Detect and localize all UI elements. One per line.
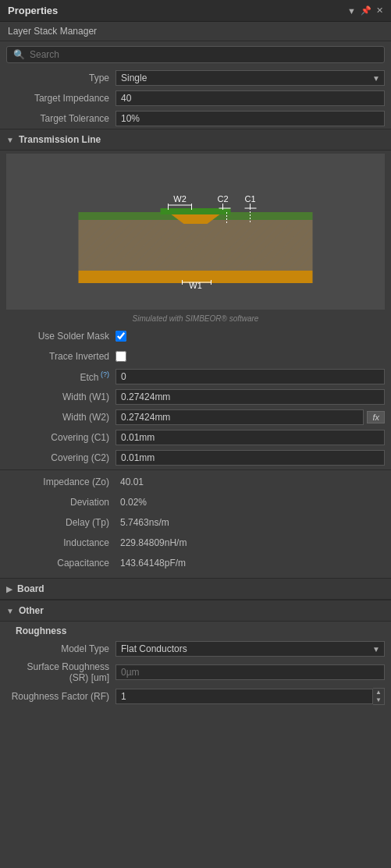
model-type-select-wrapper: Flat Conductors Hammerstad-Jensen Groiss… — [116, 641, 385, 657]
trace-inverted-row: Trace Inverted — [0, 346, 391, 367]
use-solder-mask-checkbox[interactable] — [116, 331, 126, 342]
roughness-factor-up[interactable]: ▲ — [373, 689, 384, 696]
etch-superscript: (?) — [99, 370, 110, 378]
other-label: Other — [19, 605, 44, 616]
use-solder-mask-label: Use Solder Mask — [6, 331, 116, 342]
capacitance-value: 143.64148pF/m — [116, 556, 385, 570]
transmission-line-section[interactable]: ▼ Transmission Line — [0, 129, 391, 151]
use-solder-mask-row: Use Solder Mask — [0, 326, 391, 346]
roughness-factor-label: Roughness Factor (RF) — [6, 691, 116, 702]
type-select-wrapper: Single Differential Coplanar ▼ — [116, 70, 385, 86]
target-tolerance-row: Target Tolerance — [0, 108, 391, 129]
type-row: Type Single Differential Coplanar ▼ — [0, 68, 391, 88]
roughness-factor-down[interactable]: ▼ — [373, 696, 384, 704]
etch-label: Etch (?) — [6, 370, 116, 383]
model-type-row: Model Type Flat Conductors Hammerstad-Je… — [0, 639, 391, 659]
other-section[interactable]: ▼ Other — [0, 600, 391, 622]
surface-roughness-row: Surface Roughness (SR) [um] — [0, 659, 391, 686]
divider-1 — [0, 469, 391, 470]
impedance-zo-value: 40.01 — [116, 475, 385, 489]
panel-title: Properties — [8, 5, 58, 16]
other-toggle: ▼ — [6, 607, 14, 615]
roughness-factor-input[interactable] — [116, 689, 373, 704]
transmission-line-toggle: ▼ — [6, 136, 14, 144]
model-type-select[interactable]: Flat Conductors Hammerstad-Jensen Groiss… — [116, 641, 385, 657]
covering-c2-input[interactable] — [116, 450, 385, 466]
search-bar: 🔍 — [6, 46, 385, 63]
width-w2-row: Width (W2) fx — [0, 407, 391, 427]
covering-c2-label: Covering (C2) — [6, 452, 116, 463]
covering-c2-value — [116, 450, 385, 466]
search-input[interactable] — [30, 49, 378, 60]
surface-roughness-label: Surface Roughness (SR) [um] — [6, 661, 116, 683]
transmission-line-label: Transmission Line — [19, 134, 101, 145]
covering-c1-input[interactable] — [116, 430, 385, 445]
board-label: Board — [17, 583, 44, 594]
etch-row: Etch (?) — [0, 367, 391, 387]
delay-tp-value: 5.7463ns/m — [116, 515, 385, 530]
etch-value — [116, 369, 385, 384]
width-w1-label: Width (W1) — [6, 391, 116, 402]
trace-inverted-label: Trace Inverted — [6, 351, 116, 362]
delay-tp-label: Delay (Tp) — [6, 517, 116, 528]
header-icons: ▼ 📌 ✕ — [347, 5, 383, 16]
capacitance-label: Capacitance — [6, 558, 116, 569]
surface-roughness-value — [116, 664, 385, 680]
svg-rect-3 — [79, 220, 313, 271]
svg-text:W2: W2 — [173, 194, 187, 204]
target-impedance-input[interactable] — [116, 90, 385, 106]
deviation-label: Deviation — [6, 497, 116, 508]
delay-tp-row: Delay (Tp) 5.7463ns/m — [0, 512, 391, 533]
diagram-svg: W2 C2 C1 W1 — [14, 161, 377, 302]
covering-c2-row: Covering (C2) — [0, 448, 391, 468]
covering-c1-row: Covering (C1) — [0, 427, 391, 448]
search-icon: 🔍 — [13, 49, 25, 60]
width-w2-value: fx — [116, 409, 385, 425]
target-tolerance-value — [116, 111, 385, 126]
trace-inverted-value — [116, 351, 385, 362]
panel-header: Properties ▼ 📌 ✕ — [0, 0, 391, 22]
panel-subtitle: Layer Stack Manager — [0, 22, 391, 41]
target-impedance-label: Target Impedance — [6, 93, 116, 104]
use-solder-mask-value — [116, 331, 385, 342]
width-w1-row: Width (W1) — [0, 387, 391, 407]
width-w1-value — [116, 389, 385, 405]
roughness-factor-row: Roughness Factor (RF) ▲ ▼ — [0, 686, 391, 707]
covering-c1-value — [116, 430, 385, 445]
fx-button[interactable]: fx — [367, 411, 385, 423]
svg-text:C1: C1 — [244, 194, 255, 204]
surface-roughness-input[interactable] — [116, 664, 385, 680]
roughness-factor-spinners: ▲ ▼ — [373, 688, 385, 705]
trace-inverted-checkbox[interactable] — [116, 351, 126, 362]
type-label: Type — [6, 73, 116, 83]
impedance-zo-row: Impedance (Zo) 40.01 — [0, 472, 391, 492]
target-impedance-value — [116, 90, 385, 106]
transmission-diagram: W2 C2 C1 W1 — [6, 154, 385, 310]
board-section[interactable]: ▶ Board — [0, 578, 391, 600]
simulated-text: Simulated with SIMBEOR® software — [0, 313, 391, 326]
inductance-row: Inductance 229.84809nH/m — [0, 533, 391, 553]
close-icon[interactable]: ✕ — [376, 5, 383, 16]
pin-icon[interactable]: 📌 — [361, 5, 371, 16]
pin-down-icon[interactable]: ▼ — [347, 6, 356, 16]
board-toggle: ▶ — [6, 585, 12, 593]
model-type-label: Model Type — [6, 643, 116, 654]
width-w2-input[interactable] — [116, 409, 364, 425]
capacitance-row: Capacitance 143.64148pF/m — [0, 553, 391, 573]
impedance-zo-label: Impedance (Zo) — [6, 477, 116, 487]
inductance-label: Inductance — [6, 537, 116, 548]
svg-text:C2: C2 — [217, 194, 228, 204]
width-w1-input[interactable] — [116, 389, 385, 405]
width-w2-label: Width (W2) — [6, 412, 116, 423]
deviation-value: 0.02% — [116, 495, 385, 509]
roughness-header: Roughness — [0, 622, 391, 639]
etch-input[interactable] — [116, 369, 385, 384]
svg-rect-6 — [161, 208, 231, 214]
target-tolerance-input[interactable] — [116, 111, 385, 126]
target-tolerance-label: Target Tolerance — [6, 113, 116, 124]
inductance-value: 229.84809nH/m — [116, 536, 385, 550]
roughness-factor-value: ▲ ▼ — [116, 688, 385, 705]
type-select[interactable]: Single Differential Coplanar — [116, 70, 385, 86]
deviation-row: Deviation 0.02% — [0, 492, 391, 512]
target-impedance-row: Target Impedance — [0, 88, 391, 108]
